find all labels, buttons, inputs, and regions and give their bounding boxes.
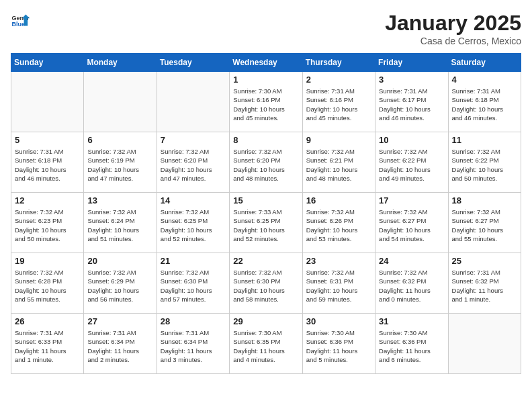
day-info: Sunrise: 7:30 AM Sunset: 6:36 PM Dayligh… [379, 328, 444, 364]
day-info: Sunrise: 7:32 AM Sunset: 6:28 PM Dayligh… [15, 268, 80, 304]
day-cell: 8Sunrise: 7:32 AM Sunset: 6:20 PM Daylig… [230, 132, 302, 193]
day-number: 28 [161, 316, 226, 326]
day-cell [11, 72, 84, 132]
day-cell: 21Sunrise: 7:32 AM Sunset: 6:30 PM Dayli… [157, 253, 229, 314]
day-number: 2 [306, 75, 371, 85]
day-info: Sunrise: 7:31 AM Sunset: 6:33 PM Dayligh… [15, 328, 80, 364]
day-cell: 20Sunrise: 7:32 AM Sunset: 6:29 PM Dayli… [84, 253, 157, 314]
day-info: Sunrise: 7:32 AM Sunset: 6:21 PM Dayligh… [306, 147, 371, 183]
day-cell: 31Sunrise: 7:30 AM Sunset: 6:36 PM Dayli… [375, 314, 448, 374]
day-cell: 16Sunrise: 7:32 AM Sunset: 6:26 PM Dayli… [302, 193, 375, 253]
day-info: Sunrise: 7:31 AM Sunset: 6:32 PM Dayligh… [452, 268, 517, 304]
day-number: 17 [379, 195, 444, 205]
calendar-title: January 2025 [385, 11, 521, 36]
day-cell: 30Sunrise: 7:30 AM Sunset: 6:36 PM Dayli… [302, 314, 375, 374]
day-number: 21 [161, 256, 226, 266]
day-cell: 6Sunrise: 7:32 AM Sunset: 6:19 PM Daylig… [84, 132, 157, 193]
day-info: Sunrise: 7:32 AM Sunset: 6:32 PM Dayligh… [379, 268, 444, 304]
logo-icon: General Blue [11, 11, 30, 30]
day-cell: 13Sunrise: 7:32 AM Sunset: 6:24 PM Dayli… [84, 193, 157, 253]
day-info: Sunrise: 7:31 AM Sunset: 6:34 PM Dayligh… [87, 328, 152, 364]
day-info: Sunrise: 7:32 AM Sunset: 6:22 PM Dayligh… [452, 147, 517, 183]
week-row-4: 19Sunrise: 7:32 AM Sunset: 6:28 PM Dayli… [11, 253, 521, 314]
day-info: Sunrise: 7:32 AM Sunset: 6:27 PM Dayligh… [452, 208, 517, 243]
day-info: Sunrise: 7:30 AM Sunset: 6:35 PM Dayligh… [233, 328, 298, 364]
day-cell: 7Sunrise: 7:32 AM Sunset: 6:20 PM Daylig… [157, 132, 229, 193]
weekday-header-thursday: Thursday [302, 54, 375, 72]
day-info: Sunrise: 7:32 AM Sunset: 6:22 PM Dayligh… [379, 147, 444, 183]
day-cell: 17Sunrise: 7:32 AM Sunset: 6:27 PM Dayli… [375, 193, 448, 253]
day-info: Sunrise: 7:32 AM Sunset: 6:20 PM Dayligh… [161, 147, 226, 183]
day-cell: 14Sunrise: 7:32 AM Sunset: 6:25 PM Dayli… [157, 193, 229, 253]
day-number: 4 [452, 75, 517, 85]
day-cell: 10Sunrise: 7:32 AM Sunset: 6:22 PM Dayli… [375, 132, 448, 193]
day-number: 3 [379, 75, 444, 85]
weekday-header-wednesday: Wednesday [230, 54, 302, 72]
calendar-body: 1Sunrise: 7:30 AM Sunset: 6:16 PM Daylig… [11, 72, 521, 374]
day-cell: 25Sunrise: 7:31 AM Sunset: 6:32 PM Dayli… [448, 253, 521, 314]
day-number: 26 [15, 316, 80, 326]
day-cell: 2Sunrise: 7:31 AM Sunset: 6:16 PM Daylig… [302, 72, 375, 132]
day-number: 22 [233, 256, 298, 266]
day-number: 10 [379, 135, 444, 145]
day-cell: 24Sunrise: 7:32 AM Sunset: 6:32 PM Dayli… [375, 253, 448, 314]
day-info: Sunrise: 7:32 AM Sunset: 6:24 PM Dayligh… [87, 208, 152, 243]
day-number: 24 [379, 256, 444, 266]
day-cell: 1Sunrise: 7:30 AM Sunset: 6:16 PM Daylig… [230, 72, 302, 132]
day-cell: 26Sunrise: 7:31 AM Sunset: 6:33 PM Dayli… [11, 314, 84, 374]
day-cell: 18Sunrise: 7:32 AM Sunset: 6:27 PM Dayli… [448, 193, 521, 253]
week-row-5: 26Sunrise: 7:31 AM Sunset: 6:33 PM Dayli… [11, 314, 521, 374]
day-info: Sunrise: 7:31 AM Sunset: 6:18 PM Dayligh… [452, 87, 517, 122]
day-info: Sunrise: 7:32 AM Sunset: 6:19 PM Dayligh… [87, 147, 152, 183]
day-cell: 9Sunrise: 7:32 AM Sunset: 6:21 PM Daylig… [302, 132, 375, 193]
weekday-header-row: SundayMondayTuesdayWednesdayThursdayFrid… [11, 54, 521, 72]
day-info: Sunrise: 7:33 AM Sunset: 6:25 PM Dayligh… [233, 208, 298, 243]
day-number: 6 [87, 135, 152, 145]
day-number: 5 [15, 135, 80, 145]
week-row-3: 12Sunrise: 7:32 AM Sunset: 6:23 PM Dayli… [11, 193, 521, 253]
weekday-header-tuesday: Tuesday [157, 54, 229, 72]
day-number: 8 [233, 135, 298, 145]
day-cell: 23Sunrise: 7:32 AM Sunset: 6:31 PM Dayli… [302, 253, 375, 314]
week-row-1: 1Sunrise: 7:30 AM Sunset: 6:16 PM Daylig… [11, 72, 521, 132]
day-number: 1 [233, 75, 298, 85]
day-cell: 28Sunrise: 7:31 AM Sunset: 6:34 PM Dayli… [157, 314, 229, 374]
day-cell: 29Sunrise: 7:30 AM Sunset: 6:35 PM Dayli… [230, 314, 302, 374]
day-info: Sunrise: 7:32 AM Sunset: 6:30 PM Dayligh… [233, 268, 298, 304]
day-number: 11 [452, 135, 517, 145]
day-number: 27 [87, 316, 152, 326]
weekday-header-sunday: Sunday [11, 54, 84, 72]
day-number: 9 [306, 135, 371, 145]
day-cell [84, 72, 157, 132]
header: General Blue January 2025 Casa de Cerros… [11, 11, 521, 46]
day-info: Sunrise: 7:31 AM Sunset: 6:34 PM Dayligh… [161, 328, 226, 364]
day-cell: 19Sunrise: 7:32 AM Sunset: 6:28 PM Dayli… [11, 253, 84, 314]
day-info: Sunrise: 7:31 AM Sunset: 6:17 PM Dayligh… [379, 87, 444, 122]
weekday-header-monday: Monday [84, 54, 157, 72]
day-cell: 22Sunrise: 7:32 AM Sunset: 6:30 PM Dayli… [230, 253, 302, 314]
weekday-header-friday: Friday [375, 54, 448, 72]
day-cell: 11Sunrise: 7:32 AM Sunset: 6:22 PM Dayli… [448, 132, 521, 193]
day-number: 12 [15, 195, 80, 205]
day-info: Sunrise: 7:31 AM Sunset: 6:16 PM Dayligh… [306, 87, 371, 122]
day-info: Sunrise: 7:32 AM Sunset: 6:23 PM Dayligh… [15, 208, 80, 243]
day-cell: 27Sunrise: 7:31 AM Sunset: 6:34 PM Dayli… [84, 314, 157, 374]
day-number: 29 [233, 316, 298, 326]
day-number: 23 [306, 256, 371, 266]
day-number: 20 [87, 256, 152, 266]
logo: General Blue [11, 11, 30, 30]
day-number: 25 [452, 256, 517, 266]
day-cell [157, 72, 229, 132]
calendar-table: SundayMondayTuesdayWednesdayThursdayFrid… [11, 53, 521, 374]
day-number: 31 [379, 316, 444, 326]
day-cell: 12Sunrise: 7:32 AM Sunset: 6:23 PM Dayli… [11, 193, 84, 253]
day-cell: 15Sunrise: 7:33 AM Sunset: 6:25 PM Dayli… [230, 193, 302, 253]
week-row-2: 5Sunrise: 7:31 AM Sunset: 6:18 PM Daylig… [11, 132, 521, 193]
day-number: 15 [233, 195, 298, 205]
day-number: 19 [15, 256, 80, 266]
weekday-header-saturday: Saturday [448, 54, 521, 72]
day-cell: 5Sunrise: 7:31 AM Sunset: 6:18 PM Daylig… [11, 132, 84, 193]
day-number: 7 [161, 135, 226, 145]
day-number: 14 [161, 195, 226, 205]
day-info: Sunrise: 7:32 AM Sunset: 6:31 PM Dayligh… [306, 268, 371, 304]
